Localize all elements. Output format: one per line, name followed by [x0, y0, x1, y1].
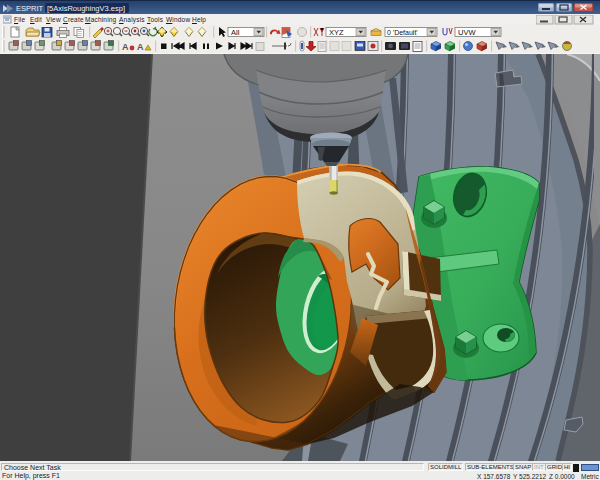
svg-text:0 'Default': 0 'Default' — [387, 29, 418, 36]
svg-text:A: A — [137, 42, 144, 52]
svg-text:A: A — [122, 42, 129, 52]
svg-text:UVW: UVW — [458, 28, 476, 37]
svg-text:All: All — [231, 28, 240, 37]
svg-text:XYZ: XYZ — [329, 28, 344, 37]
